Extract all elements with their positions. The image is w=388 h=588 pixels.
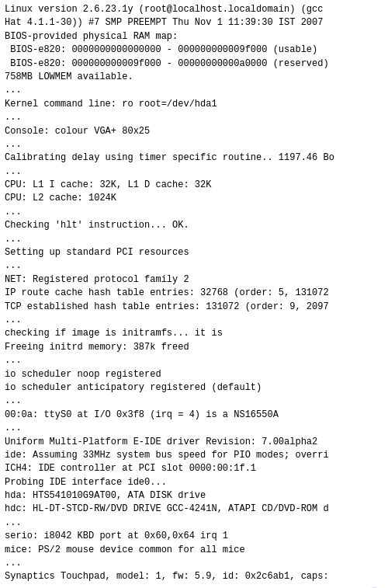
terminal-lines: Linux version 2.6.23.1y (root@localhost.… [5,3,383,584]
terminal-output: Linux version 2.6.23.1y (root@localhost.… [0,0,388,588]
